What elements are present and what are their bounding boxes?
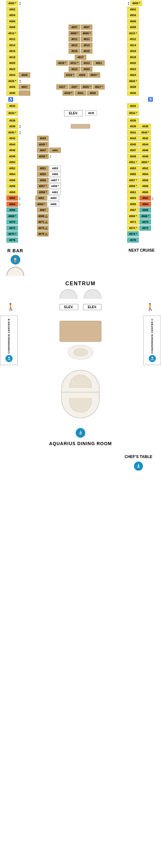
staircase-inner-top xyxy=(69,375,92,388)
cabin-4512: 4512 xyxy=(127,36,139,42)
cabin-4550: 4550 * xyxy=(139,160,151,165)
centrum-section: CENTRUM xyxy=(0,281,161,299)
cabin-4541: 4541 xyxy=(127,130,139,135)
cabin-4562: 4562 xyxy=(139,195,151,200)
arrow-4562: ↕ xyxy=(152,196,154,200)
cabin-4313b: 4313 xyxy=(69,66,80,72)
cabin-4524: 4524 xyxy=(127,72,139,78)
cabin-4018: 4018 xyxy=(6,55,18,60)
cabin-4555: 4555 xyxy=(127,172,139,177)
cabin-4570: 4570 xyxy=(139,219,151,224)
cabin-4508: 4508 xyxy=(127,25,139,30)
cabin-4067: 4067 xyxy=(37,207,49,213)
cabin-4547: 4547 xyxy=(127,148,139,153)
cabin-4548: 4548 xyxy=(139,154,151,159)
cabin-4530: 4530 xyxy=(127,90,139,96)
cabin-4509: 4509 * xyxy=(81,31,92,36)
cabin-4518: 4518 xyxy=(127,55,139,60)
lobby-table xyxy=(59,321,102,342)
chefs-section: CHEF'S TABLE xyxy=(0,454,161,471)
cabin-4068: 4068 * xyxy=(6,214,18,219)
rbar-icon: 🍹 xyxy=(11,255,20,265)
cabin-4066: 4066 xyxy=(6,207,18,213)
cabin-4459: 4459 * xyxy=(49,184,61,189)
cabin-4074: 4074 * xyxy=(6,231,18,237)
chefs-icon xyxy=(134,462,143,471)
cabin-4463: 4463 xyxy=(48,195,59,200)
cabin-4014: 4014 xyxy=(6,43,18,48)
center-lobby xyxy=(18,316,143,365)
cabin-4568: 4568 * xyxy=(139,214,151,219)
arrow-4038: ↕ xyxy=(19,124,21,129)
cabin-4558: 4558 xyxy=(139,184,151,189)
person-icon-right: 🚶 xyxy=(146,303,155,311)
cabin-4566: 4566 xyxy=(139,207,151,213)
chefs-box: CHEF'S TABLE xyxy=(124,454,153,471)
cabin-4317: 4317 xyxy=(56,84,68,90)
aquarius-icon xyxy=(76,428,85,438)
cabin-4542: 4542 xyxy=(139,136,151,141)
arrow-4026: ↕ xyxy=(19,79,21,84)
cabin-4521: 4521 xyxy=(93,60,105,66)
cabin-4052: 4052 xyxy=(6,166,18,171)
cabin-4556: 4556 xyxy=(139,178,151,183)
stair-oval-inner xyxy=(73,348,88,356)
cabin-4046: 4046 xyxy=(6,148,18,153)
cabin-4323: 4323 xyxy=(81,66,92,72)
cabin-4576: 4576 xyxy=(127,238,139,243)
cabin-4070: 4070 xyxy=(6,219,18,224)
cabin-4325: 4325 xyxy=(76,72,88,78)
cabin-4028: 4028 xyxy=(6,84,18,90)
cabin-4311: 4311 * xyxy=(69,60,80,66)
cabin-4313: 4313 xyxy=(81,60,92,66)
conference-c-label: CONFERENCE CENTER C xyxy=(151,318,154,354)
cabin-4327: 4327 xyxy=(69,84,80,90)
cabin-4059: 4059 * xyxy=(37,190,49,195)
cabin-4569: 4569 * xyxy=(127,214,139,219)
arch-right xyxy=(84,289,102,299)
cabin-4019: 4019 * xyxy=(56,60,68,66)
cabin-4504: 4504 xyxy=(127,12,139,18)
cabin-4513: 4513 xyxy=(81,43,92,48)
cabin-4061: 4061 xyxy=(35,195,47,200)
cabin-4055: 4055 xyxy=(37,178,49,183)
cabin-4520: 4520 xyxy=(127,60,139,66)
cabin-4540: 4540 * xyxy=(139,130,151,135)
stair-oval-outer xyxy=(68,345,93,360)
cabin-4025: 4025 xyxy=(19,72,30,78)
cabin-4047: 4047 xyxy=(37,148,49,153)
conference-c: CONFERENCE CENTER C xyxy=(143,316,161,365)
cabin-4032: 4032 xyxy=(6,103,18,108)
cabin-4507: 4507 xyxy=(81,25,92,30)
cabin-4024: 4024 xyxy=(6,72,18,78)
cabin-4502: 4502 xyxy=(127,7,139,12)
centrum-label: CENTRUM xyxy=(65,281,96,286)
accessibility-icon-right: ♿ xyxy=(148,97,153,102)
arrow-4062: ↕ xyxy=(19,196,21,200)
arrow-4064: ↕ xyxy=(19,202,21,206)
cabin-4071: 4071 △ xyxy=(37,219,49,224)
arrow-4040: ↕ xyxy=(19,130,21,135)
cabin-4465: 4465 xyxy=(48,202,59,207)
cabin-4060: 4060 xyxy=(6,190,18,195)
cabin-4546: 4546 xyxy=(139,148,151,153)
elevators: ELEV. ELEV. xyxy=(59,304,102,310)
cabin-4545: 4545 xyxy=(127,142,139,147)
cabin-4544: 4544 xyxy=(139,142,151,147)
cabin-4016: 4016 xyxy=(6,49,18,54)
cabin-4053: 4053 xyxy=(37,172,49,177)
cabin-4500: 4500 * xyxy=(130,1,142,6)
cabin-4515: 4515 xyxy=(81,49,92,54)
cabin-4557: 4557 * xyxy=(127,178,139,183)
cabin-4056: 4056 xyxy=(6,178,18,183)
cabin-4523: 4523 * xyxy=(88,72,100,78)
aquarius-section: AQUARIUS DINING ROOM xyxy=(0,428,161,446)
cabin-4534: 4534 * xyxy=(127,111,139,116)
cabin-4054: 4054 xyxy=(6,172,18,177)
elevator-row: 🚶 ELEV. ELEV. 🚶 xyxy=(6,303,155,311)
cabin-4461: 4461 xyxy=(49,190,61,195)
cabin-4008: 4008 xyxy=(6,25,18,30)
cabin-4539: 4539 xyxy=(127,124,139,129)
cabin-4030: 4030 xyxy=(6,90,18,96)
staircase-bottom xyxy=(61,393,100,418)
